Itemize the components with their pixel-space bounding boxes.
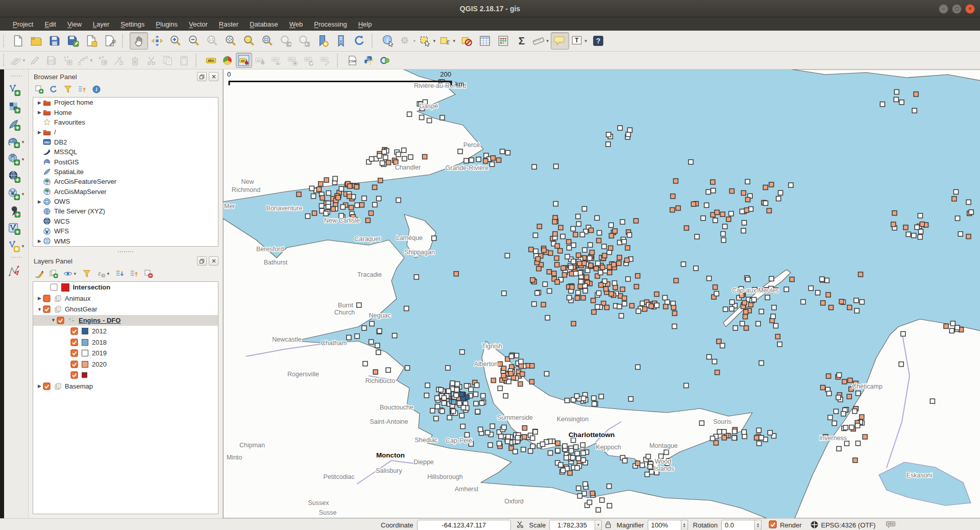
collapse-all-button[interactable] [130,269,139,278]
zoom-last-button[interactable] [277,32,295,50]
menu-layer[interactable]: Layer [87,17,115,31]
browser-panel-close-icon[interactable] [209,72,218,81]
change-label-button[interactable]: abc [317,53,334,68]
crs-status-icon[interactable] [811,521,818,530]
delete-selected-button[interactable] [127,53,143,68]
checkbox-partial-icon[interactable] [43,295,51,302]
checkbox-checked-icon[interactable] [70,327,78,335]
menu-database[interactable]: Database [244,17,284,31]
highlight-pinned-labels-button[interactable]: ab [252,53,268,68]
browser-item[interactable]: ▶OWS [33,197,218,206]
browser-item[interactable]: ▶Home [33,107,218,117]
pan-to-selection-button[interactable] [148,32,166,50]
expander-icon[interactable]: ▶ [36,238,43,244]
browser-item[interactable]: WCS [33,216,218,226]
close-button[interactable]: ✕ [965,4,975,14]
zoom-full-button[interactable] [222,32,240,50]
toolbar-grip[interactable] [11,257,22,260]
menu-processing[interactable]: Processing [308,17,352,31]
zoom-out-button[interactable] [185,32,203,50]
open-attribute-table-button[interactable] [476,32,494,50]
layer-row[interactable]: 2019 [33,348,218,359]
browser-item[interactable]: ▶WMS [33,236,218,246]
dropdown-arrow-icon[interactable]: ▼ [21,157,25,162]
add-vector-layer-button[interactable] [5,81,28,99]
browser-item[interactable]: ▶/ [33,127,218,137]
layer-styling-button[interactable] [35,269,44,278]
layer-row[interactable]: Intersection [33,282,218,293]
magnifier-spinbox[interactable]: 100% [648,520,681,530]
browser-item[interactable]: Tile Server (XYZ) [33,206,218,216]
lock-scale-icon[interactable] [605,521,611,530]
menu-view[interactable]: View [62,17,87,31]
layer-row[interactable]: 2020 [33,359,218,370]
layer-row[interactable]: 2012 [33,326,218,337]
menu-edit[interactable]: Edit [39,17,61,31]
scale-combobox[interactable]: 1:782,335 [549,520,595,530]
composer-manager-button[interactable] [101,32,119,50]
expander-icon[interactable]: ▶ [36,100,43,105]
checkbox-unchecked-icon[interactable] [50,283,58,291]
menu-project[interactable]: Project [7,17,39,31]
paste-features-button[interactable] [176,53,192,68]
add-selected-layers-button[interactable] [35,85,44,94]
refresh-browser-button[interactable] [49,85,58,94]
browser-item[interactable]: ▶Project home [33,98,218,107]
title-bar[interactable]: QGIS 2.18.17 - gis – ▢ ✕ [0,0,980,17]
move-label-button[interactable]: abc [285,53,301,68]
save-layer-edits-button[interactable] [43,53,60,68]
node-tool-button[interactable]: ▼ [76,53,94,68]
expander-icon[interactable]: ▶ [36,130,43,135]
zoom-native-button[interactable]: 1:1 [203,32,222,50]
label-toolbar-colors-button[interactable] [219,53,236,68]
processing-toolbox-button[interactable] [377,53,394,68]
field-calculator-button[interactable] [494,32,512,50]
browser-item[interactable]: ArcGisMapServer [33,187,218,197]
layer-row[interactable] [33,370,218,381]
new-bookmark-button[interactable] [313,32,332,50]
browser-item[interactable]: MSSQL [33,147,218,157]
remove-layer-button[interactable] [144,269,153,278]
dropdown-arrow-icon[interactable]: ▼ [22,58,26,63]
help-button[interactable]: ? [589,32,607,50]
toolbar-grip[interactable] [3,35,6,47]
add-raster-layer-button[interactable] [5,99,28,116]
checkbox-checked-icon[interactable] [70,360,78,368]
browser-item[interactable]: ArcGisFeatureServer [33,177,218,186]
menu-plugins[interactable]: Plugins [150,17,183,31]
layer-row[interactable]: ▶Animaux [33,293,218,304]
copy-features-button[interactable] [160,53,176,68]
extents-toggle-icon[interactable] [516,520,524,530]
layer-row[interactable]: ▶Basemap [33,381,218,392]
show-bookmarks-button[interactable] [332,32,350,50]
zoom-in-button[interactable] [166,32,185,50]
current-edits-button[interactable]: ▼ [9,53,27,68]
cut-features-button[interactable] [143,53,160,68]
dropdown-arrow-icon[interactable]: ▼ [21,244,25,249]
add-spatialite-layer-button[interactable] [5,116,28,133]
add-wcs-layer-button[interactable] [5,168,28,185]
checkbox-checked-icon[interactable] [70,349,78,357]
add-feature-button[interactable] [60,53,76,68]
checkbox-checked-icon[interactable] [70,371,78,379]
collapse-all-button[interactable] [78,85,87,94]
new-shapefile-layer-button[interactable]: ▼ [5,237,28,255]
csw-search-button[interactable]: CSW [345,53,361,68]
layer-labeling-button[interactable]: abc [203,53,219,68]
toggle-editing-button[interactable] [27,53,43,68]
layer-row[interactable]: ▼Engins - DFO [33,315,218,326]
add-group-button[interactable] [49,269,58,278]
deselect-all-button[interactable] [457,32,476,50]
layers-panel-close-icon[interactable] [209,256,218,266]
save-project-button[interactable] [45,32,64,50]
toolbar-grip[interactable] [11,76,22,79]
expander-icon[interactable]: ▶ [36,110,43,115]
checkbox-checked-icon[interactable] [43,305,51,313]
expand-all-button[interactable] [115,269,125,278]
layers-panel-float-button[interactable] [197,256,207,266]
pin-labels-button[interactable]: ab [236,53,252,68]
browser-item[interactable]: Favourites [33,117,218,127]
show-hide-labels-button[interactable]: abc [268,53,285,68]
browser-panel-float-button[interactable] [197,72,207,81]
magnifier-spin-arrows[interactable]: ▲▼ [681,520,688,530]
